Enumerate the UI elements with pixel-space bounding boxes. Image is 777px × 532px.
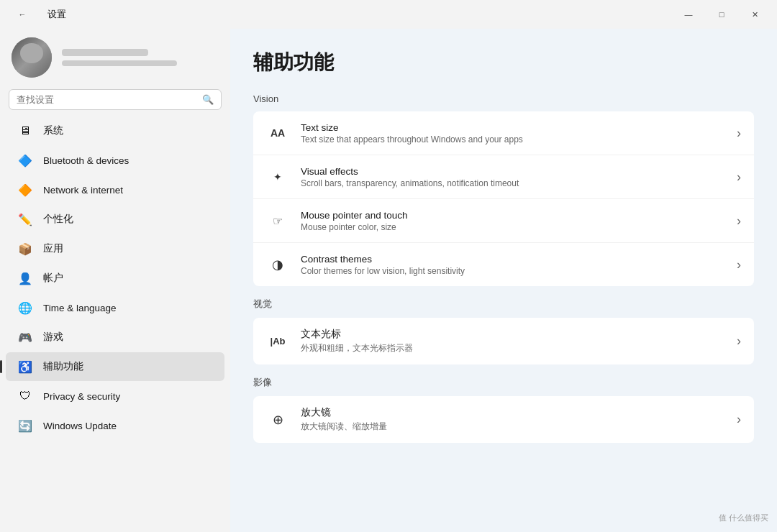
- sidebar-item-label-bluetooth: Bluetooth & devices: [43, 155, 129, 166]
- contrast-themes-title: Contrast themes: [301, 254, 725, 265]
- content-area: 辅助功能 VisionAAText sizeText size that app…: [230, 29, 777, 532]
- text-cursor-chevron-icon: ›: [737, 334, 741, 349]
- sidebar-item-update[interactable]: 🔄Windows Update: [6, 411, 224, 440]
- settings-row-text-size[interactable]: AAText sizeText size that appears throug…: [253, 111, 754, 155]
- settings-row-mouse-pointer[interactable]: ☞Mouse pointer and touchMouse pointer co…: [253, 199, 754, 243]
- settings-row-contrast-themes[interactable]: ◑Contrast themesColor themes for low vis…: [253, 243, 754, 286]
- sections-container: VisionAAText sizeText size that appears …: [253, 93, 754, 443]
- visual-effects-title: Visual effects: [301, 166, 725, 177]
- avatar: [12, 37, 52, 78]
- text-size-text: Text sizeText size that appears througho…: [301, 122, 725, 145]
- profile-name: [62, 49, 148, 56]
- profile-section[interactable]: [0, 29, 230, 89]
- settings-row-text-cursor[interactable]: |Ab文本光标外观和粗细，文本光标指示器›: [253, 318, 754, 364]
- contrast-themes-icon: ◑: [266, 253, 289, 276]
- magnifier-chevron-icon: ›: [737, 412, 741, 427]
- bluetooth-icon: 🔷: [17, 152, 33, 168]
- contrast-themes-subtitle: Color themes for low vision, light sensi…: [301, 266, 725, 276]
- text-size-chevron-icon: ›: [737, 126, 741, 141]
- section-vision: VisionAAText sizeText size that appears …: [253, 93, 754, 286]
- nav-list: 🖥系统🔷Bluetooth & devices🔶Network & intern…: [0, 116, 230, 441]
- title-bar-title: 设置: [47, 8, 66, 21]
- mouse-pointer-title: Mouse pointer and touch: [301, 210, 725, 221]
- text-cursor-subtitle: 外观和粗细，文本光标指示器: [301, 342, 725, 354]
- visual-effects-subtitle: Scroll bars, transparency, animations, n…: [301, 178, 725, 188]
- text-cursor-title: 文本光标: [301, 328, 725, 341]
- sidebar: 🔍 🖥系统🔷Bluetooth & devices🔶Network & inte…: [0, 29, 230, 532]
- magnifier-text: 放大镜放大镜阅读、缩放增量: [301, 406, 725, 433]
- back-button[interactable]: ←: [6, 3, 39, 26]
- privacy-icon: 🛡: [17, 388, 33, 404]
- settings-row-visual-effects[interactable]: ✦Visual effectsScroll bars, transparency…: [253, 155, 754, 199]
- apps-icon: 📦: [17, 241, 33, 257]
- section-label-yingxiang: 影像: [253, 376, 754, 389]
- magnifier-icon: ⊕: [266, 408, 289, 431]
- sidebar-item-label-apps: 应用: [43, 242, 63, 255]
- sidebar-item-bluetooth[interactable]: 🔷Bluetooth & devices: [6, 146, 224, 175]
- visual-effects-chevron-icon: ›: [737, 170, 741, 185]
- settings-card-vision: AAText sizeText size that appears throug…: [253, 111, 754, 286]
- minimize-button[interactable]: —: [672, 3, 705, 26]
- close-button[interactable]: ✕: [738, 3, 771, 26]
- time-icon: 🌐: [17, 300, 33, 316]
- maximize-button[interactable]: □: [705, 3, 738, 26]
- mouse-pointer-text: Mouse pointer and touchMouse pointer col…: [301, 210, 725, 232]
- text-size-title: Text size: [301, 122, 725, 133]
- text-size-icon: AA: [266, 121, 289, 145]
- network-icon: 🔶: [17, 182, 33, 198]
- accounts-icon: 👤: [17, 270, 33, 286]
- sidebar-item-label-system: 系统: [43, 124, 63, 137]
- search-icon: 🔍: [202, 94, 214, 105]
- mouse-pointer-subtitle: Mouse pointer color, size: [301, 222, 725, 232]
- sidebar-item-label-privacy: Privacy & security: [43, 391, 120, 402]
- sidebar-item-network[interactable]: 🔶Network & internet: [6, 175, 224, 204]
- sidebar-item-accessibility[interactable]: ♿辅助功能: [6, 352, 224, 381]
- sidebar-item-label-accounts: 帐户: [43, 272, 63, 285]
- sidebar-item-apps[interactable]: 📦应用: [6, 234, 224, 263]
- section-label-shijue: 视觉: [253, 298, 754, 311]
- app-body: 🔍 🖥系统🔷Bluetooth & devices🔶Network & inte…: [0, 29, 777, 532]
- sidebar-item-label-time: Time & language: [43, 303, 117, 313]
- title-bar-left: ← 设置: [6, 3, 66, 26]
- text-cursor-text: 文本光标外观和粗细，文本光标指示器: [301, 328, 725, 354]
- settings-card-yingxiang: ⊕放大镜放大镜阅读、缩放增量›: [253, 396, 754, 443]
- system-icon: 🖥: [17, 123, 33, 139]
- sidebar-item-label-accessibility: 辅助功能: [43, 360, 83, 373]
- sidebar-item-label-gaming: 游戏: [43, 331, 63, 344]
- section-yingxiang: 影像⊕放大镜放大镜阅读、缩放增量›: [253, 376, 754, 443]
- visual-effects-text: Visual effectsScroll bars, transparency,…: [301, 166, 725, 188]
- accessibility-icon: ♿: [17, 359, 33, 375]
- window-controls: — □ ✕: [672, 3, 771, 26]
- gaming-icon: 🎮: [17, 329, 33, 345]
- settings-card-shijue: |Ab文本光标外观和粗细，文本光标指示器›: [253, 318, 754, 364]
- search-input[interactable]: [17, 94, 196, 105]
- avatar-image: [12, 37, 52, 78]
- contrast-themes-text: Contrast themesColor themes for low visi…: [301, 254, 725, 276]
- magnifier-title: 放大镜: [301, 406, 725, 419]
- mouse-pointer-chevron-icon: ›: [737, 214, 741, 229]
- sidebar-item-privacy[interactable]: 🛡Privacy & security: [6, 382, 224, 411]
- sidebar-item-system[interactable]: 🖥系统: [6, 116, 224, 145]
- sidebar-item-gaming[interactable]: 🎮游戏: [6, 323, 224, 352]
- text-size-subtitle: Text size that appears throughout Window…: [301, 134, 725, 145]
- sidebar-item-time[interactable]: 🌐Time & language: [6, 293, 224, 322]
- magnifier-subtitle: 放大镜阅读、缩放增量: [301, 421, 725, 433]
- search-box[interactable]: 🔍: [9, 89, 222, 110]
- update-icon: 🔄: [17, 418, 33, 434]
- page-title: 辅助功能: [253, 49, 754, 76]
- title-bar: ← 设置 — □ ✕: [0, 0, 777, 29]
- sidebar-item-personalization[interactable]: ✏️个性化: [6, 205, 224, 234]
- profile-email: [62, 60, 177, 66]
- text-cursor-icon: |Ab: [266, 330, 289, 353]
- sidebar-item-label-network: Network & internet: [43, 185, 123, 196]
- watermark: 值 什么值得买: [719, 513, 768, 523]
- settings-row-magnifier[interactable]: ⊕放大镜放大镜阅读、缩放增量›: [253, 396, 754, 443]
- contrast-themes-chevron-icon: ›: [737, 257, 741, 272]
- sidebar-item-label-personalization: 个性化: [43, 213, 73, 226]
- visual-effects-icon: ✦: [266, 165, 289, 188]
- sidebar-item-accounts[interactable]: 👤帐户: [6, 264, 224, 293]
- profile-info: [62, 49, 177, 66]
- personalization-icon: ✏️: [17, 211, 33, 227]
- sidebar-item-label-update: Windows Update: [43, 421, 117, 431]
- section-label-vision: Vision: [253, 93, 754, 104]
